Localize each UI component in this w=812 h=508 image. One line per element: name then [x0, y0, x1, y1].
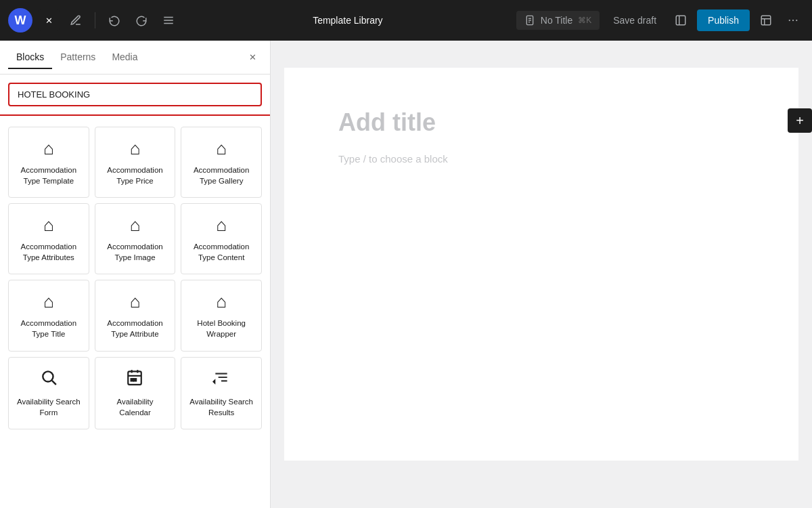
add-title-placeholder[interactable]: Add title [338, 108, 744, 137]
sidebar: Blocks Patterns Media ✕ ⌂ Accommodation … [0, 41, 271, 508]
no-title-text: No Title [541, 15, 572, 26]
accommodation-type-content-label: Accommodation Type Content [187, 241, 256, 263]
accommodation-type-image-label: Accommodation Type Image [101, 241, 170, 263]
block-item-availability-calendar[interactable]: Availability Calendar [95, 357, 176, 429]
block-item-accommodation-type-attribute[interactable]: ⌂ Accommodation Type Attribute [95, 280, 176, 351]
editor-area: Add title Type / to choose a block + [271, 41, 812, 508]
block-item-availability-search-results[interactable]: Availability Search Results [181, 357, 262, 429]
svg-point-15 [43, 371, 53, 381]
settings-icon [760, 14, 772, 26]
block-item-accommodation-type-image[interactable]: ⌂ Accommodation Type Image [95, 203, 176, 274]
svg-point-13 [792, 20, 794, 21]
toolbar-right: Save draft Publish [605, 9, 804, 31]
redo-button[interactable] [131, 9, 152, 31]
pen-tool-button[interactable] [65, 9, 87, 31]
tab-patterns[interactable]: Patterns [52, 46, 104, 69]
wp-logo: W [8, 8, 32, 33]
view-icon [675, 14, 687, 26]
view-button[interactable] [670, 9, 692, 31]
accommodation-type-attribute-label: Accommodation Type Attribute [101, 318, 170, 339]
accommodation-type-title-label: Accommodation Type Title [14, 318, 83, 339]
accommodation-type-content-icon: ⌂ [216, 215, 227, 236]
publish-button[interactable]: Publish [697, 9, 750, 31]
blocks-grid-container: ⌂ Accommodation Type Template ⌂ Accommod… [0, 116, 270, 508]
hotel-booking-wrapper-icon: ⌂ [216, 291, 227, 312]
close-button[interactable]: ✕ [38, 9, 60, 31]
tools-button[interactable] [158, 9, 179, 31]
accommodation-type-attributes-label: Accommodation Type Attributes [14, 241, 83, 263]
accommodation-type-gallery-label: Accommodation Type Gallery [187, 165, 256, 186]
undo-icon [108, 14, 120, 26]
tools-icon [162, 14, 175, 26]
availability-search-results-icon [212, 368, 230, 391]
sidebar-close-button[interactable]: ✕ [243, 48, 262, 67]
more-options-button[interactable] [782, 9, 804, 31]
availability-search-results-label: Availability Search Results [187, 396, 256, 418]
sidebar-close-icon: ✕ [249, 52, 256, 62]
tab-media[interactable]: Media [104, 46, 145, 69]
hotel-booking-wrapper-label: Hotel Booking Wrapper [187, 318, 256, 339]
search-input[interactable] [8, 83, 262, 106]
svg-point-14 [796, 20, 797, 21]
editor-canvas: Add title Type / to choose a block + [284, 68, 798, 461]
svg-rect-7 [676, 16, 685, 25]
svg-marker-23 [212, 379, 215, 385]
type-block-placeholder[interactable]: Type / to choose a block [338, 153, 744, 165]
more-icon [787, 14, 799, 26]
add-block-button[interactable]: + [788, 108, 812, 133]
availability-search-form-icon [40, 368, 58, 391]
pen-icon [70, 14, 82, 26]
svg-rect-22 [134, 379, 136, 381]
no-title-area[interactable]: No Title ⌘K [516, 11, 600, 30]
svg-line-16 [52, 380, 56, 384]
svg-rect-17 [129, 371, 142, 385]
svg-rect-9 [761, 16, 771, 25]
accommodation-type-title-icon: ⌂ [43, 291, 54, 312]
block-item-accommodation-type-gallery[interactable]: ⌂ Accommodation Type Gallery [181, 127, 262, 198]
redo-icon [135, 14, 148, 26]
accommodation-type-attributes-icon: ⌂ [43, 215, 54, 236]
cmd-k-label: ⌘K [578, 16, 591, 25]
plus-icon: + [796, 113, 804, 129]
blocks-grid: ⌂ Accommodation Type Template ⌂ Accommod… [8, 127, 262, 429]
block-item-availability-search-form[interactable]: Availability Search Form [8, 357, 89, 429]
save-draft-button[interactable]: Save draft [605, 11, 664, 30]
toolbar: W ✕ Template Library No Title ⌘K Save dr… [0, 0, 812, 41]
accommodation-type-template-icon: ⌂ [43, 138, 54, 159]
block-item-accommodation-type-price[interactable]: ⌂ Accommodation Type Price [95, 127, 176, 198]
accommodation-type-attribute-icon: ⌂ [130, 291, 141, 312]
tab-blocks[interactable]: Blocks [8, 46, 52, 69]
close-icon: ✕ [45, 16, 53, 26]
undo-button[interactable] [104, 9, 125, 31]
availability-calendar-icon [126, 368, 143, 391]
search-area [0, 75, 270, 116]
block-item-hotel-booking-wrapper[interactable]: ⌂ Hotel Booking Wrapper [181, 280, 262, 351]
sidebar-tabs: Blocks Patterns Media ✕ [0, 41, 270, 75]
accommodation-type-price-icon: ⌂ [130, 138, 141, 159]
accommodation-type-gallery-icon: ⌂ [216, 138, 227, 159]
page-title: Template Library [185, 15, 511, 26]
block-item-accommodation-type-title[interactable]: ⌂ Accommodation Type Title [8, 280, 89, 351]
main-layout: Blocks Patterns Media ✕ ⌂ Accommodation … [0, 41, 812, 508]
accommodation-type-template-label: Accommodation Type Template [14, 165, 83, 186]
accommodation-type-image-icon: ⌂ [130, 215, 141, 236]
accommodation-type-price-label: Accommodation Type Price [101, 165, 170, 186]
settings-button[interactable] [755, 9, 777, 31]
availability-calendar-label: Availability Calendar [101, 396, 170, 418]
document-icon [524, 15, 535, 26]
availability-search-form-label: Availability Search Form [14, 396, 83, 418]
block-item-accommodation-type-content[interactable]: ⌂ Accommodation Type Content [181, 203, 262, 274]
toolbar-divider-1 [95, 12, 95, 28]
svg-point-12 [789, 20, 790, 21]
block-item-accommodation-type-attributes[interactable]: ⌂ Accommodation Type Attributes [8, 203, 89, 274]
block-item-accommodation-type-template[interactable]: ⌂ Accommodation Type Template [8, 127, 89, 198]
svg-rect-21 [131, 379, 133, 381]
